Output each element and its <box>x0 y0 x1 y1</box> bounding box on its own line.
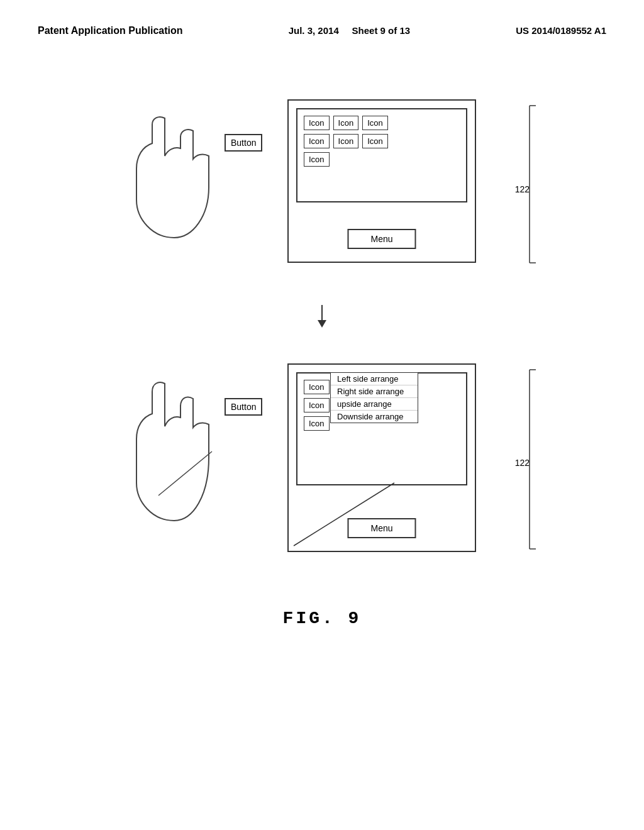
b-icon-1-1: Icon <box>304 380 330 394</box>
page-header: Patent Application Publication Jul. 3, 2… <box>0 0 644 49</box>
hand-top-icon <box>121 106 228 244</box>
icon-row-2: Icon Icon Icon <box>304 134 460 148</box>
bottom-icon-row-3: Icon Left side arrange Right side arrang… <box>304 416 460 431</box>
b-icon-3-1: Icon <box>304 416 330 431</box>
header-left: Patent Application Publication <box>38 25 183 36</box>
menu-item-left[interactable]: Left side arrange <box>331 373 418 385</box>
top-icon-grid: Icon Icon Icon Icon Icon Icon Icon <box>296 108 467 202</box>
hand-bottom-icon <box>121 370 228 527</box>
b-icon-2-1: Icon <box>304 398 330 412</box>
header-date: Jul. 3, 2014 <box>289 25 339 36</box>
bottom-bracket-line <box>517 363 542 558</box>
menu-item-upside[interactable]: upside arrange <box>331 398 418 411</box>
icon-row-1: Icon Icon Icon <box>304 116 460 130</box>
icon-1-3: Icon <box>362 116 388 130</box>
bottom-button-label: Button <box>225 398 262 416</box>
header-right: US 2014/0189552 A1 <box>516 25 606 36</box>
bottom-icon-grid: Icon Icon Icon Icon Icon Icon Icon Left … <box>296 372 467 485</box>
figure-caption: FIG. 9 <box>283 609 362 628</box>
top-button-label: Button <box>225 134 262 152</box>
menu-item-downside[interactable]: Downside arrange <box>331 411 418 423</box>
context-menu[interactable]: Left side arrange Right side arrange ups… <box>330 372 418 423</box>
top-diagram: Button Icon Icon Icon Icon Icon Icon Ico… <box>102 68 542 294</box>
menu-item-right[interactable]: Right side arrange <box>331 385 418 398</box>
bottom-diagram: Button Icon Icon Icon Icon Icon Icon Ico… <box>102 332 542 577</box>
icon-1-1: Icon <box>304 116 330 130</box>
top-device: Icon Icon Icon Icon Icon Icon Icon Menu <box>287 99 476 263</box>
svg-line-11 <box>158 451 212 495</box>
svg-line-15 <box>294 483 394 546</box>
icon-row-3: Icon <box>304 152 460 167</box>
header-sheet: Sheet 9 of 13 <box>352 25 411 36</box>
top-bracket-line <box>517 99 542 269</box>
slash-line <box>287 477 413 552</box>
icon-2-1: Icon <box>304 134 330 148</box>
arrow-down <box>102 304 542 329</box>
main-content: Button Icon Icon Icon Icon Icon Icon Ico… <box>0 49 644 628</box>
svg-marker-7 <box>318 320 326 328</box>
top-menu-box: Menu <box>347 229 416 249</box>
icon-3-1: Icon <box>304 152 330 167</box>
icon-2-2: Icon <box>333 134 359 148</box>
header-center: Jul. 3, 2014 Sheet 9 of 13 <box>289 25 410 36</box>
icon-1-2: Icon <box>333 116 359 130</box>
icon-2-3: Icon <box>362 134 388 148</box>
